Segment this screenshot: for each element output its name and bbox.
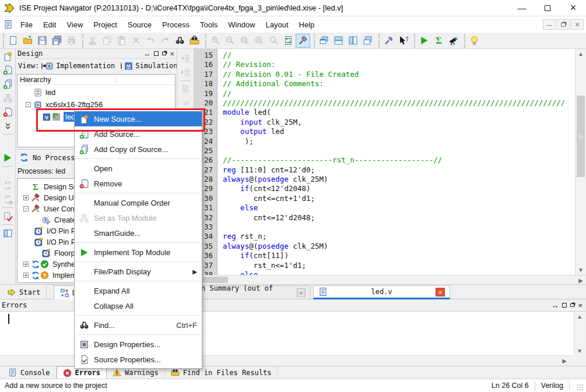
code-line[interactable]: 38 else: [194, 270, 575, 275]
code-line[interactable]: 23 output led: [194, 127, 575, 136]
code-line[interactable]: 28always@(posedge clk_25M): [194, 175, 575, 184]
code-line[interactable]: 34reg rst_n;: [194, 232, 575, 241]
refresh-processes-icon[interactable]: [19, 153, 29, 163]
menu-source[interactable]: Source: [122, 18, 157, 31]
new-source-button[interactable]: [1, 49, 15, 63]
delete-button[interactable]: [129, 34, 143, 48]
maximize-button[interactable]: [535, 0, 560, 16]
open-without-updating-button[interactable]: [1, 226, 15, 240]
lightbulb-button[interactable]: [467, 34, 482, 48]
code-line[interactable]: 37 rst_n<=1'd1;: [194, 261, 575, 270]
menu-project[interactable]: Project: [88, 18, 122, 31]
code-line[interactable]: 22 input clk_25M,: [194, 118, 575, 127]
code-line[interactable]: 26//-----------------------rst_n--------…: [194, 156, 575, 165]
code-line[interactable]: 17// Revision 0.01 - File Created: [194, 70, 575, 79]
code-line[interactable]: 31 else: [194, 203, 575, 213]
print-button[interactable]: [64, 34, 79, 48]
tree-expander-icon[interactable]: +: [23, 273, 29, 278]
minimize-button[interactable]: —: [509, 0, 535, 16]
scroll-down-arrow[interactable]: ▼: [576, 267, 586, 273]
menu-item-file-path-display[interactable]: File/Path Display▶: [75, 264, 202, 279]
close-panel-icon[interactable]: ×: [578, 301, 583, 310]
help-cursor-button[interactable]: ?: [396, 34, 410, 48]
mdi-restore-button[interactable]: [557, 19, 570, 30]
indent-list-icon[interactable]: [178, 65, 192, 79]
menu-item-smartguide[interactable]: SmartGuide...: [75, 225, 202, 241]
menu-layout[interactable]: Layout: [261, 18, 294, 31]
menu-item-find[interactable]: Find...Ctrl+F: [75, 317, 202, 333]
hierarchy-item-xc6slx16-2ftg256[interactable]: -xc6slx16-2ftg256: [17, 98, 175, 111]
mdi-close-button[interactable]: ✕: [571, 19, 584, 30]
code-line[interactable]: 15//: [194, 51, 575, 60]
menu-item-collapse-all[interactable]: Collapse All: [75, 298, 202, 313]
code-line[interactable]: 20//////////////////////////////////////…: [194, 98, 575, 108]
redo-button[interactable]: [158, 34, 173, 48]
zoom-full-button[interactable]: [266, 34, 281, 48]
editor-horizontal-scrollbar[interactable]: ▶: [194, 275, 586, 284]
find-button[interactable]: [173, 34, 187, 48]
cascade-windows-button[interactable]: [317, 34, 331, 48]
line-number-5-icon[interactable]: 5: [178, 96, 192, 110]
zoom-out-button[interactable]: [223, 34, 237, 48]
scroll-down-arrow[interactable]: ▼: [574, 348, 585, 354]
tab-start[interactable]: Start: [1, 285, 47, 299]
menu-item-remove[interactable]: Remove: [75, 176, 202, 191]
remove-source-button[interactable]: [1, 105, 15, 119]
implementation-radio[interactable]: [41, 63, 43, 69]
code-line[interactable]: 16// Revision:: [194, 60, 575, 69]
code-line[interactable]: 30 cnt<=cnt+1'd1;: [194, 194, 575, 203]
code-line[interactable]: 35always@(posedge clk_25M): [194, 242, 575, 251]
hierarchy-item-led[interactable]: led: [17, 86, 175, 98]
set-top-module-button[interactable]: [1, 91, 15, 105]
code-line[interactable]: 33: [194, 223, 575, 232]
menu-edit[interactable]: Edit: [38, 18, 61, 31]
save-button[interactable]: [35, 34, 50, 48]
sigma-button[interactable]: Σ: [431, 34, 446, 48]
float-panel-icon[interactable]: [162, 52, 166, 55]
add-source-button[interactable]: [1, 63, 15, 77]
maximize-panel-icon[interactable]: [562, 303, 567, 308]
menu-item-add-copy-of-source[interactable]: Add Copy of Source...: [75, 142, 202, 157]
tree-expander-icon[interactable]: -: [26, 102, 31, 107]
implementation-label[interactable]: Implementation: [56, 62, 115, 70]
mdi-minimize-button[interactable]: —: [543, 19, 556, 30]
close-tab-icon[interactable]: ✕: [297, 288, 306, 297]
more-chevrons-button[interactable]: [1, 119, 15, 133]
open-folder-button[interactable]: [20, 34, 35, 48]
wrench-button[interactable]: [381, 34, 396, 48]
tree-expander-icon[interactable]: +: [23, 195, 29, 200]
float-panel-icon[interactable]: [570, 303, 574, 307]
menu-tools[interactable]: Tools: [195, 18, 223, 31]
menu-item-manual-compile-order[interactable]: Manual Compile Order: [75, 195, 202, 210]
menu-item-new-source[interactable]: New Source...: [75, 111, 202, 126]
resize-grip[interactable]: [577, 384, 584, 391]
code-line[interactable]: 29 if(cnt<12'd2048): [194, 184, 575, 193]
language-templates-button[interactable]: [296, 34, 310, 48]
close-tab-icon[interactable]: ✕: [436, 288, 445, 296]
menu-item-design-properties[interactable]: Design Properties...: [75, 337, 202, 352]
menu-file[interactable]: File: [15, 18, 38, 31]
restore-windows-button[interactable]: [360, 34, 375, 48]
tree-expander-icon[interactable]: +: [23, 262, 29, 267]
line-marks-icon[interactable]: [178, 82, 192, 96]
maximize-panel-icon[interactable]: [154, 51, 159, 56]
close-panel-icon[interactable]: ×: [170, 50, 174, 58]
tile-vertical-button[interactable]: [346, 34, 360, 48]
run-button[interactable]: [417, 34, 431, 48]
code-line[interactable]: 21module led(: [194, 108, 575, 117]
simulation-radio[interactable]: [121, 63, 122, 69]
save-all-button[interactable]: [50, 34, 64, 48]
menu-item-add-source[interactable]: Add Source...: [75, 126, 202, 142]
add-copy-source-button[interactable]: [1, 77, 15, 91]
editor-tab-led-v[interactable]: led.v✕: [313, 285, 450, 299]
menu-help[interactable]: Help: [294, 18, 320, 31]
stop-check-button[interactable]: [1, 209, 15, 223]
scroll-right-arrow[interactable]: ▶: [561, 358, 568, 364]
dock-horizontal-icon[interactable]: ↔: [143, 50, 150, 58]
menu-window[interactable]: Window: [223, 18, 260, 31]
menu-item-open[interactable]: Open: [75, 161, 202, 176]
zoom-box-out-button[interactable]: [252, 34, 266, 48]
code-editor[interactable]: 15//16// Revision:17// Revision 0.01 - F…: [194, 49, 575, 275]
tab-console[interactable]: Console: [2, 366, 57, 379]
editor-vscroll-thumb[interactable]: [577, 96, 585, 177]
